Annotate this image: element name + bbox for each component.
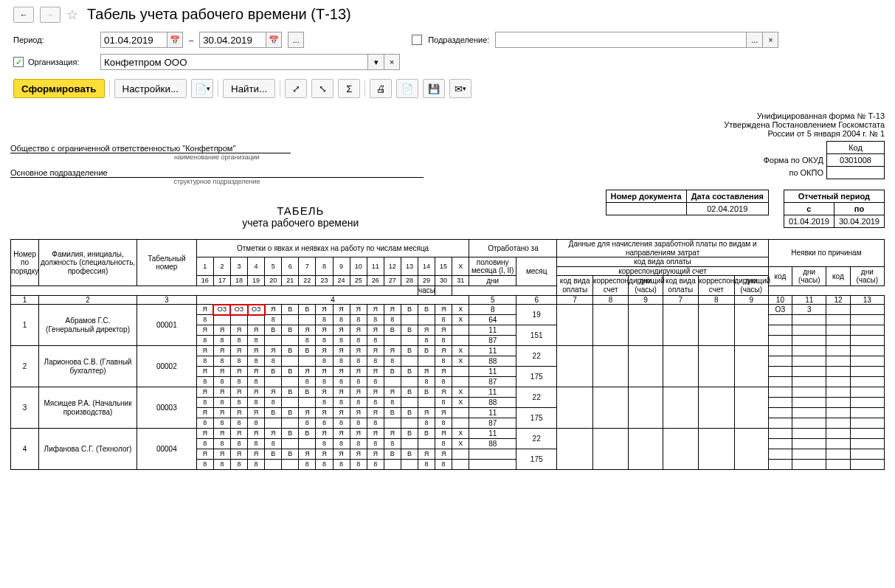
code-box: Код Форма по ОКУД0301008 по ОКПО [759, 141, 885, 179]
calendar-icon[interactable]: 📅 [167, 32, 183, 48]
report-title: ТАБЕЛЬ [10, 204, 591, 217]
period-picker-button[interactable]: ... [288, 32, 304, 48]
email-icon[interactable]: ✉▾ [449, 79, 471, 98]
separator [364, 80, 365, 97]
organization-checkbox[interactable]: ✓ [13, 57, 24, 67]
print-icon[interactable]: 🖨 [370, 79, 392, 98]
division-checkbox[interactable] [412, 35, 422, 45]
division-clear-button[interactable]: × [762, 32, 778, 48]
expand-icon[interactable]: ⤢ [285, 79, 307, 98]
company-sub: наименование организации [10, 153, 424, 161]
period-dash: – [189, 35, 193, 44]
timesheet-table: Номер по порядкуФамилия, инициалы, должн… [10, 239, 885, 470]
separator [218, 80, 218, 97]
organization-dropdown-button[interactable]: ▾ [367, 54, 384, 70]
nav-back-button[interactable]: ← [13, 7, 34, 23]
division-name: Основное подразделение [10, 168, 424, 178]
page-setup-icon[interactable]: 📄 [396, 79, 418, 98]
period-label: Период: [13, 35, 94, 44]
save-icon[interactable]: 💾 [423, 79, 445, 98]
division-picker-button[interactable]: ... [746, 32, 762, 48]
doc-info-table: Номер документаДата составления 02.04.20… [606, 190, 769, 215]
company-name: Общество с ограниченной ответственностью… [10, 144, 291, 153]
generate-button[interactable]: Сформировать [13, 79, 105, 98]
organization-clear-button[interactable]: × [384, 54, 400, 70]
sum-icon[interactable]: Σ [338, 79, 360, 98]
settings-menu-button[interactable]: 📄▾ [191, 79, 213, 98]
report-subtitle: учета рабочего времени [10, 217, 591, 229]
form-info: Унифицированная форма № Т-13 Утверждена … [10, 111, 885, 138]
settings-button[interactable]: Настройки... [114, 79, 187, 98]
separator [109, 80, 110, 97]
organization-label: Организация: [28, 58, 79, 66]
calendar-icon[interactable]: 📅 [266, 32, 282, 48]
page-title: Табель учета рабочего времени (Т-13) [87, 6, 351, 23]
separator [280, 80, 280, 97]
division-input[interactable] [495, 32, 746, 48]
report-area: Унифицированная форма № Т-13 Утверждена … [0, 107, 895, 492]
period-table: Отчетный период спо 01.04.201930.04.2019 [784, 190, 885, 228]
period-to-input[interactable] [199, 32, 266, 48]
favorite-star-icon[interactable]: ☆ [66, 7, 78, 23]
division-label: Подразделение: [428, 35, 489, 44]
period-from-input[interactable] [100, 32, 167, 48]
find-button[interactable]: Найти... [223, 79, 275, 98]
organization-input[interactable] [100, 54, 367, 70]
nav-forward-button[interactable]: → [40, 7, 61, 23]
division-sub: структурное подразделение [10, 178, 424, 185]
collapse-icon[interactable]: ⤡ [311, 79, 334, 98]
